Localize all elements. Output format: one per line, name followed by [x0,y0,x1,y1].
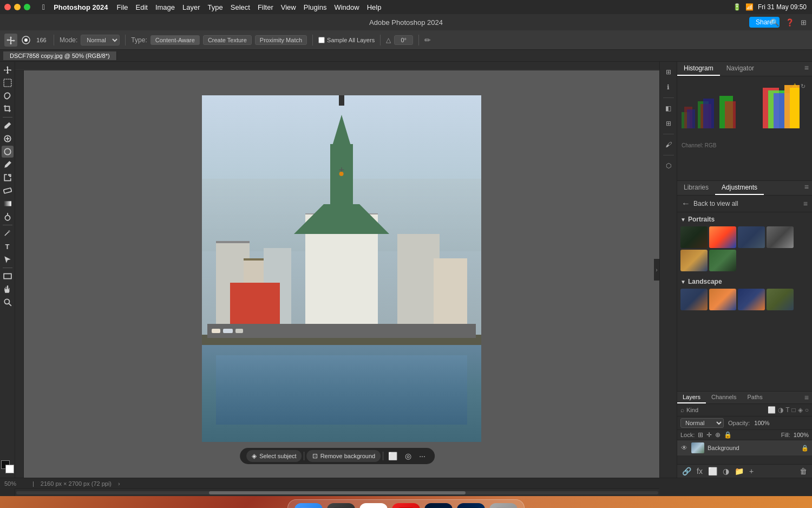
path-selection-tool[interactable] [2,253,14,265]
menu-edit[interactable]: Edit [136,3,148,11]
close-button[interactable] [4,4,11,10]
fullscreen-button[interactable] [24,4,30,10]
portrait-thumb-6[interactable] [709,250,736,271]
photoshop-dock-item-2[interactable]: Ps [457,503,485,508]
healing-brush-tool[interactable] [2,133,14,145]
cache-refresh-icon[interactable]: ↻ [801,83,806,90]
filter-toggle[interactable]: ○ [805,406,809,414]
pen-tool[interactable] [2,227,14,239]
canvas-area[interactable]: + ◈ Select subject [15,62,659,478]
lasso-tool[interactable] [2,90,14,102]
fill-value[interactable]: 100% [794,432,809,438]
grid-icon[interactable]: ⊞ [663,118,675,129]
add-adjustment-btn[interactable]: ◑ [721,466,731,476]
portrait-thumb-3[interactable] [738,226,765,248]
hand-tool[interactable] [2,283,14,295]
background-layer-row[interactable]: 👁 Background 🔒 [677,440,812,455]
panel-arrange-icon[interactable]: ⊞ [801,18,807,27]
menu-view[interactable]: View [281,3,296,11]
gradient-tool[interactable] [2,198,14,210]
select-subject-button[interactable]: ◈ Select subject [246,450,302,462]
3d-icon[interactable]: ⬡ [663,160,675,172]
menu-plugins[interactable]: Plugins [304,3,327,11]
search-icon[interactable]: 🔍 [770,18,779,27]
remove-background-button[interactable]: ⊡ Remove background [307,450,381,462]
rectangular-marquee-tool[interactable] [2,77,14,89]
clone-stamp-tool[interactable] [2,172,14,184]
document-tab[interactable]: DSCF7858 copy.jpg @ 50% (RGB/8*) [3,51,117,60]
portraits-header[interactable]: ▼ Portraits [680,216,809,223]
adjustment-filter-icon[interactable]: ◑ [778,406,783,414]
opacity-value[interactable]: 100% [754,420,769,426]
minimize-button[interactable] [14,4,21,10]
adjustment-icon[interactable]: ◧ [663,102,675,114]
landscape-thumb-3[interactable] [738,289,765,310]
lock-position-icon[interactable]: ✛ [706,431,712,439]
lock-checkerboard-icon[interactable]: ⊞ [698,431,703,439]
pixel-filter-icon[interactable]: ⬜ [768,406,776,414]
move-tool-btn[interactable] [4,34,17,47]
paths-tab[interactable]: Paths [742,392,768,403]
menu-image[interactable]: Image [155,3,175,11]
more-options-button[interactable]: ··· [416,451,428,461]
menu-filter[interactable]: Filter [258,3,273,11]
color-swatches[interactable] [1,460,14,473]
menu-file[interactable]: File [117,3,128,11]
adj-panel-menu-icon[interactable]: ≡ [804,183,809,191]
portrait-thumb-4[interactable] [767,226,794,248]
creative-cloud-dock-item[interactable]: Cc [392,503,420,508]
libraries-tab[interactable]: Libraries [677,181,715,195]
menu-type[interactable]: Type [208,3,223,11]
tools-options-icon[interactable]: ⊞ [663,66,675,78]
launchpad-dock-item[interactable] [327,503,355,508]
move-tool[interactable] [2,64,14,76]
text-filter-icon[interactable]: T [785,406,789,414]
dodge-tool[interactable] [2,211,14,223]
histogram-panel-menu-icon[interactable]: ≡ [804,63,809,72]
proximity-match-btn[interactable]: Proximity Match [255,35,307,45]
photoshop-dock-item-1[interactable]: Ps [424,503,453,508]
mode-select[interactable]: Normal Multiply Screen [81,35,120,45]
spot-healing-brush-tool[interactable] [2,146,14,158]
lock-artboard-icon[interactable]: ⊕ [715,431,721,439]
landscape-thumb-2[interactable] [709,289,736,310]
lock-all-icon[interactable]: 🔒 [724,431,732,439]
add-effect-btn[interactable]: fx [695,466,704,476]
portrait-thumb-1[interactable] [680,226,708,248]
brush-settings-icon[interactable]: 🖌 [663,139,675,151]
chrome-dock-item[interactable] [359,503,388,508]
delete-layer-btn[interactable]: 🗑 [798,466,809,476]
channels-tab[interactable]: Channels [706,392,742,403]
rectangle-shape-tool[interactable] [2,270,14,282]
layer-visibility-toggle[interactable]: 👁 [680,444,688,452]
landscape-thumb-1[interactable] [680,289,708,310]
pressure-icon[interactable]: ✏ [424,36,431,44]
menu-layer[interactable]: Layer [182,3,200,11]
sample-all-layers-checkbox[interactable] [318,37,325,43]
portrait-thumb-5[interactable] [680,250,708,271]
angle-input[interactable] [394,35,413,45]
app-name-menu[interactable]: Photoshop 2024 [54,3,108,11]
trash-dock-item[interactable]: 🗑 [489,503,518,508]
eraser-tool[interactable] [2,185,14,197]
smart-filter-icon[interactable]: ◈ [798,406,803,414]
info-icon[interactable]: ℹ [663,81,675,93]
menu-window[interactable]: Window [334,3,359,11]
menu-help[interactable]: Help [367,3,382,11]
link-layers-btn[interactable]: 🔗 [680,466,693,476]
create-texture-btn[interactable]: Create Texture [203,35,252,45]
shape-filter-icon[interactable]: □ [792,406,796,414]
layers-panel-menu-icon[interactable]: ≡ [804,393,809,402]
canvas-image[interactable]: + [202,95,481,442]
create-group-btn[interactable]: 📁 [733,466,745,476]
text-tool[interactable]: T [2,240,14,252]
apple-icon[interactable]:  [42,3,45,11]
back-to-view-all-btn[interactable]: ← Back to view all ≡ [677,196,812,212]
histogram-tab[interactable]: Histogram [677,62,720,76]
brush-icon[interactable] [21,35,31,45]
scrollbar-thumb[interactable] [209,491,466,494]
collapse-panel-button[interactable]: › [654,259,659,281]
add-mask-btn[interactable]: ⬜ [706,466,719,476]
adjustments-tab[interactable]: Adjustments [715,181,764,195]
horizontal-scrollbar[interactable] [15,489,659,496]
